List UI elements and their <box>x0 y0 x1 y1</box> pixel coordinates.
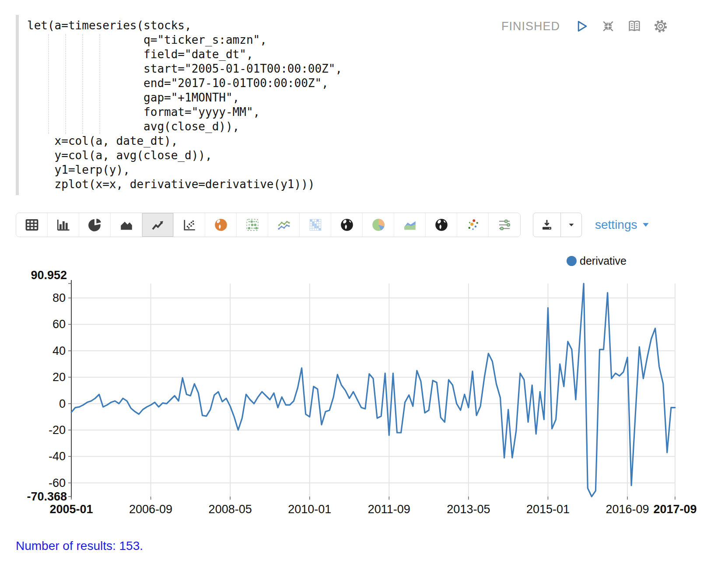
indent-guide <box>82 34 83 134</box>
derivative-line-chart: 806040200-20-40-6090.952-70.3682005-0120… <box>0 245 714 534</box>
code-line: zplot(x=x, derivative=derivative(y1))) <box>27 177 688 192</box>
viz-button-dot-matrix[interactable] <box>237 213 268 237</box>
collapse-icon[interactable] <box>600 18 616 34</box>
settings-label: settings <box>595 218 637 232</box>
download-icon <box>540 218 554 232</box>
code-line: x=col(a, date_dt), <box>27 134 688 148</box>
series-line <box>71 284 675 497</box>
download-options-caret[interactable] <box>560 213 581 237</box>
viz-button-heatmap[interactable] <box>300 213 331 237</box>
svg-text:2013-05: 2013-05 <box>447 503 490 516</box>
viz-button-parallel-sliders[interactable] <box>489 213 520 237</box>
svg-text:2015-01: 2015-01 <box>526 503 570 516</box>
book-icon[interactable] <box>626 18 642 34</box>
viz-button-multi-line[interactable] <box>268 213 300 237</box>
viz-button-scatter-chart[interactable] <box>174 213 205 237</box>
svg-text:-70.368: -70.368 <box>27 490 67 503</box>
svg-text:2017-09: 2017-09 <box>653 503 696 516</box>
viz-button-scatter-color[interactable] <box>457 213 489 237</box>
code-line: start="2005-01-01T00:00:00Z", <box>27 62 688 76</box>
viz-button-area-chart[interactable] <box>111 213 142 237</box>
svg-text:-60: -60 <box>49 476 66 490</box>
indent-guide <box>65 34 66 134</box>
svg-text:2011-09: 2011-09 <box>368 503 410 516</box>
download-button[interactable] <box>533 213 560 237</box>
code-line: avg(close_d)), <box>27 119 688 134</box>
viz-button-pie-color[interactable] <box>363 213 394 237</box>
svg-text:-20: -20 <box>49 424 66 437</box>
gear-icon[interactable] <box>653 18 668 34</box>
code-line: gap="+1MONTH", <box>27 91 688 105</box>
svg-text:40: 40 <box>52 344 66 357</box>
code-editor[interactable]: let(a=timeseries(stocks, q="ticker_s:amz… <box>16 15 688 195</box>
svg-text:60: 60 <box>52 318 66 331</box>
download-split-button <box>533 213 582 237</box>
code-line: y=col(a, avg(close_d)), <box>27 148 688 163</box>
visualization-toolbar: settings <box>16 213 698 237</box>
viz-button-pie-chart[interactable] <box>79 213 111 237</box>
results-count: Number of results: 153. <box>16 539 143 553</box>
code-line: format="yyyy-MM", <box>27 105 688 119</box>
status-badge: FINISHED <box>501 20 560 33</box>
play-icon[interactable] <box>574 18 590 34</box>
viz-button-globe-orange[interactable] <box>205 213 237 237</box>
code-lines: let(a=timeseries(stocks, q="ticker_s:amz… <box>27 18 688 192</box>
paragraph-controls: FINISHED <box>501 18 668 35</box>
code-line: y1=lerp(y), <box>27 163 688 177</box>
svg-text:2006-09: 2006-09 <box>129 503 172 516</box>
svg-text:2008-05: 2008-05 <box>209 503 252 516</box>
viz-button-globe-dark-2[interactable] <box>426 213 457 237</box>
viz-button-globe-dark-1[interactable] <box>331 213 363 237</box>
svg-text:0: 0 <box>59 397 66 410</box>
svg-text:2010-01: 2010-01 <box>288 503 331 516</box>
chevron-down-icon <box>641 220 650 229</box>
indent-guide <box>99 34 100 134</box>
indent-guide <box>48 34 49 134</box>
chevron-down-icon <box>567 220 576 230</box>
chart-panel: derivative 806040200-20-40-6090.952-70.3… <box>0 245 714 542</box>
svg-text:-40: -40 <box>49 450 66 463</box>
svg-text:2016-09: 2016-09 <box>606 503 649 516</box>
viz-button-table[interactable] <box>16 213 48 237</box>
chart-type-group <box>16 213 521 237</box>
viz-button-bar-chart[interactable] <box>48 213 79 237</box>
svg-text:2005-01: 2005-01 <box>49 503 93 516</box>
settings-toggle[interactable]: settings <box>595 213 650 237</box>
viz-button-area-color[interactable] <box>394 213 426 237</box>
svg-text:20: 20 <box>52 371 66 384</box>
svg-text:90.952: 90.952 <box>31 269 67 282</box>
viz-button-line-chart[interactable] <box>142 213 174 237</box>
code-line: field="date_dt", <box>27 47 688 62</box>
svg-text:80: 80 <box>52 291 66 304</box>
code-line: end="2017-10-01T00:00:00Z", <box>27 76 688 91</box>
